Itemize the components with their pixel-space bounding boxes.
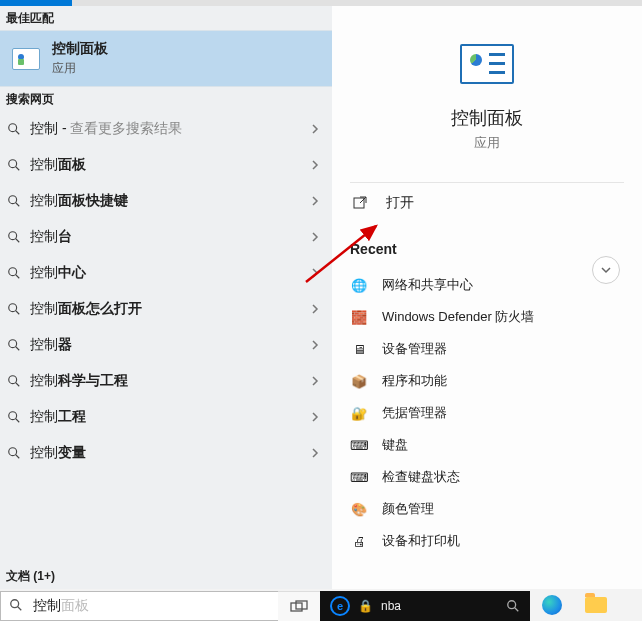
recent-item[interactable]: ⌨检查键盘状态: [350, 461, 624, 493]
documents-header: 文档 (1+): [0, 563, 332, 589]
web-suggestion[interactable]: 控制面板: [0, 147, 332, 183]
chevron-right-icon: [310, 410, 324, 425]
app-type: 应用: [350, 134, 624, 152]
search-icon: [6, 121, 22, 137]
web-suggestion[interactable]: 控制 - 查看更多搜索结果: [0, 111, 332, 147]
recent-item-icon: 🌐: [350, 276, 368, 294]
svg-point-18: [9, 448, 17, 456]
recent-item-label: 键盘: [382, 436, 408, 454]
search-query-suggestion: 面板: [61, 597, 89, 615]
recent-item[interactable]: 🔐凭据管理器: [350, 397, 624, 429]
search-icon: [6, 301, 22, 317]
web-suggestion[interactable]: 控制中心: [0, 255, 332, 291]
edge-address-pill[interactable]: e 🔒 nba: [320, 591, 530, 621]
search-icon: [6, 409, 22, 425]
recent-item[interactable]: 🖨设备和打印机: [350, 525, 624, 557]
svg-line-11: [16, 311, 20, 315]
recent-item-label: 程序和功能: [382, 372, 447, 390]
web-suggestion[interactable]: 控制面板怎么打开: [0, 291, 332, 327]
search-icon: [506, 599, 520, 613]
recent-list: 🌐网络和共享中心🧱Windows Defender 防火墙🖥设备管理器📦程序和功…: [350, 269, 624, 557]
recent-item-label: 设备和打印机: [382, 532, 460, 550]
folder-icon: [585, 597, 607, 613]
chevron-right-icon: [310, 374, 324, 389]
svg-rect-20: [354, 198, 364, 208]
recent-item[interactable]: 🌐网络和共享中心: [350, 269, 624, 301]
chevron-right-icon: [310, 446, 324, 461]
web-suggestion[interactable]: 控制变量: [0, 435, 332, 471]
task-view-button[interactable]: [278, 591, 320, 621]
recent-item-icon: ⌨: [350, 468, 368, 486]
recent-item[interactable]: 🧱Windows Defender 防火墙: [350, 301, 624, 333]
suggestion-label: 控制器: [30, 336, 310, 354]
svg-line-1: [16, 131, 20, 135]
ie-icon: e: [330, 596, 350, 616]
svg-line-13: [16, 347, 20, 351]
suggestion-label: 控制面板: [30, 156, 310, 174]
taskbar-search-box[interactable]: 控制面板: [0, 591, 278, 621]
svg-point-12: [9, 340, 17, 348]
best-match-text: 控制面板 应用: [52, 40, 108, 77]
svg-point-22: [11, 599, 19, 607]
svg-line-3: [16, 167, 20, 171]
recent-item-label: 凭据管理器: [382, 404, 447, 422]
recent-item[interactable]: 📦程序和功能: [350, 365, 624, 397]
best-match-header: 最佳匹配: [0, 6, 332, 30]
best-match-subtitle: 应用: [52, 60, 108, 77]
taskbar-app-explorer[interactable]: [574, 589, 618, 621]
recent-header: Recent: [350, 241, 624, 257]
app-name: 控制面板: [350, 106, 624, 130]
expand-button[interactable]: [592, 256, 620, 284]
suggestion-label: 控制中心: [30, 264, 310, 282]
recent-item-label: 设备管理器: [382, 340, 447, 358]
recent-item-label: Windows Defender 防火墙: [382, 308, 534, 326]
search-icon: [6, 373, 22, 389]
svg-line-17: [16, 419, 20, 423]
recent-item[interactable]: 🎨颜色管理: [350, 493, 624, 525]
search-query-typed: 控制: [33, 597, 61, 615]
taskbar: 控制面板 e 🔒 nba: [0, 589, 642, 621]
search-icon: [6, 265, 22, 281]
preview-right-column: 控制面板 应用 打开 Recent 🌐网络和共享中心🧱Windows Defen…: [332, 6, 642, 589]
svg-line-7: [16, 239, 20, 243]
suggestion-label: 控制科学与工程: [30, 372, 310, 390]
control-panel-icon: [12, 48, 40, 70]
search-icon: [6, 445, 22, 461]
recent-item-icon: 🔐: [350, 404, 368, 422]
chevron-right-icon: [310, 266, 324, 281]
chevron-down-icon: [600, 264, 612, 276]
recent-item-icon: ⌨: [350, 436, 368, 454]
search-icon: [6, 229, 22, 245]
best-match-item[interactable]: 控制面板 应用: [0, 30, 332, 87]
chevron-right-icon: [310, 230, 324, 245]
web-suggestion[interactable]: 控制器: [0, 327, 332, 363]
search-icon: [9, 598, 25, 615]
web-suggestion[interactable]: 控制工程: [0, 399, 332, 435]
suggestion-label: 控制台: [30, 228, 310, 246]
search-icon: [6, 337, 22, 353]
svg-line-19: [16, 455, 20, 459]
chevron-right-icon: [310, 122, 324, 137]
open-action[interactable]: 打开: [350, 183, 624, 223]
best-match-title: 控制面板: [52, 40, 108, 58]
recent-item[interactable]: ⌨键盘: [350, 429, 624, 461]
task-view-icon: [290, 600, 308, 614]
web-suggestions-list: 控制 - 查看更多搜索结果控制面板控制面板快捷键控制台控制中心控制面板怎么打开控…: [0, 111, 332, 563]
recent-item[interactable]: 🖥设备管理器: [350, 333, 624, 365]
svg-point-26: [508, 601, 516, 609]
recent-item-icon: 📦: [350, 372, 368, 390]
recent-item-icon: 🖥: [350, 340, 368, 358]
open-icon: [350, 195, 370, 211]
taskbar-app-edge[interactable]: [530, 589, 574, 621]
web-suggestion[interactable]: 控制科学与工程: [0, 363, 332, 399]
chevron-right-icon: [310, 338, 324, 353]
recent-item-icon: 🧱: [350, 308, 368, 326]
suggestion-label: 控制面板快捷键: [30, 192, 310, 210]
web-suggestion[interactable]: 控制台: [0, 219, 332, 255]
recent-item-label: 颜色管理: [382, 500, 434, 518]
svg-line-23: [18, 606, 22, 610]
suggestion-label: 控制变量: [30, 444, 310, 462]
suggestion-label: 控制 - 查看更多搜索结果: [30, 120, 310, 138]
svg-point-6: [9, 232, 17, 240]
web-suggestion[interactable]: 控制面板快捷键: [0, 183, 332, 219]
